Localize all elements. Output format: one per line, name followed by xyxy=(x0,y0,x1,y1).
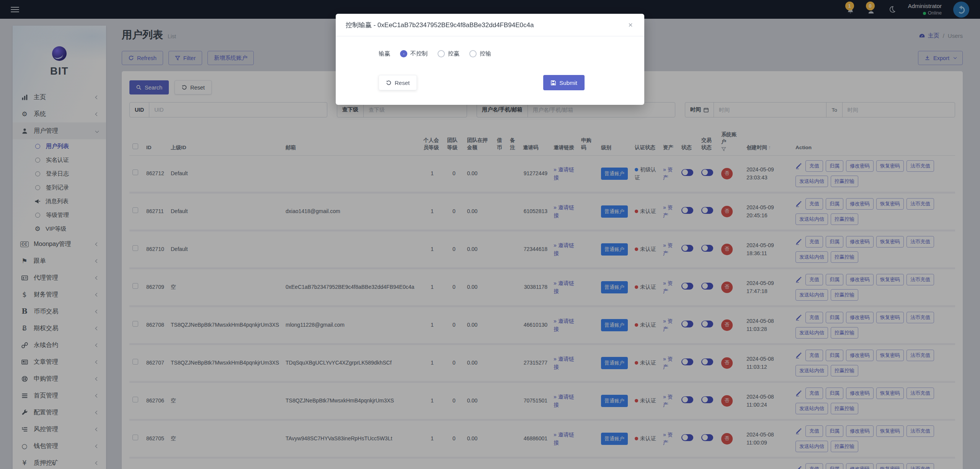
win-loss-radio-option[interactable]: 控赢 xyxy=(438,50,459,57)
modal-submit-button[interactable]: Submit xyxy=(543,75,585,90)
reset-icon xyxy=(386,80,392,86)
win-loss-field-label: 输赢 xyxy=(379,50,390,57)
win-loss-radio-option[interactable]: 不控制 xyxy=(400,50,428,57)
radio-icon xyxy=(469,50,477,57)
modal-reset-button[interactable]: Reset xyxy=(379,75,417,90)
radio-option-label: 不控制 xyxy=(410,50,428,57)
win-loss-radio-option[interactable]: 控输 xyxy=(469,50,491,57)
radio-option-label: 控输 xyxy=(480,50,491,57)
win-loss-radio-group: 不控制控赢控输 xyxy=(400,50,491,57)
save-icon xyxy=(550,80,556,86)
radio-icon xyxy=(438,50,445,57)
radio-icon xyxy=(400,50,407,57)
modal-title: 控制输赢 - 0xEeC1aB7b2347952BE9c4f8aBBe32dd4… xyxy=(346,21,534,29)
modal-close-icon[interactable]: × xyxy=(627,20,634,29)
radio-option-label: 控赢 xyxy=(448,50,459,57)
win-loss-control-modal: 控制输赢 - 0xEeC1aB7b2347952BE9c4f8aBBe32dd4… xyxy=(336,14,644,105)
